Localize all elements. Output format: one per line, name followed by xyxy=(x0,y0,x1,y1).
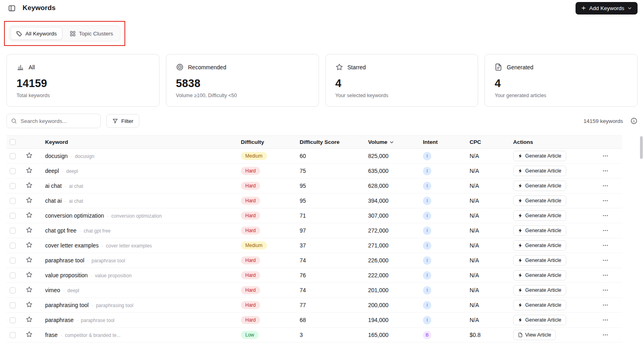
row-checkbox[interactable] xyxy=(10,317,16,323)
row-checkbox[interactable] xyxy=(10,243,16,249)
star-toggle[interactable] xyxy=(26,241,33,248)
tab-topic-clusters[interactable]: Topic Clusters xyxy=(64,27,119,40)
keyword-text[interactable]: docusign xyxy=(45,153,68,159)
keyword-text[interactable]: chat ai xyxy=(45,197,62,204)
row-checkbox[interactable] xyxy=(10,228,16,234)
row-checkbox[interactable] xyxy=(10,198,16,204)
row-menu-icon[interactable] xyxy=(600,241,611,249)
keyword-text[interactable]: chat gpt free xyxy=(45,227,77,234)
star-toggle[interactable] xyxy=(26,152,33,159)
row-checkbox[interactable] xyxy=(10,168,16,174)
star-icon xyxy=(26,226,33,233)
row-menu-icon[interactable] xyxy=(600,167,611,175)
cpc-value: N/A xyxy=(466,238,510,253)
row-checkbox[interactable] xyxy=(10,287,16,293)
bolt-icon xyxy=(518,288,523,293)
row-action-button[interactable]: Generate Article xyxy=(513,225,566,236)
table-scrollbar xyxy=(640,135,643,347)
info-icon[interactable] xyxy=(630,117,638,125)
row-menu-icon[interactable] xyxy=(600,197,611,205)
keyword-text[interactable]: paraphrase tool xyxy=(45,257,84,264)
star-toggle[interactable] xyxy=(26,167,33,174)
row-action-button[interactable]: Generate Article xyxy=(513,195,566,206)
intent-badge: I xyxy=(423,241,431,250)
row-checkbox[interactable] xyxy=(10,272,16,278)
sidebar-toggle-icon[interactable] xyxy=(6,3,17,13)
bolt-icon xyxy=(518,198,523,203)
row-checkbox[interactable] xyxy=(10,302,16,308)
stat-card-all[interactable]: All 14159 Total keywords xyxy=(6,54,159,107)
row-action-button[interactable]: Generate Article xyxy=(513,270,566,281)
row-checkbox[interactable] xyxy=(10,213,16,219)
column-header-difficulty[interactable]: Difficulty xyxy=(238,136,296,149)
row-action-button[interactable]: Generate Article xyxy=(513,255,566,266)
row-action-button[interactable]: Generate Article xyxy=(513,181,566,191)
row-menu-icon[interactable] xyxy=(600,316,611,324)
star-toggle[interactable] xyxy=(26,182,33,189)
row-checkbox[interactable] xyxy=(10,332,16,338)
cpc-value: N/A xyxy=(466,223,510,238)
row-menu-icon[interactable] xyxy=(600,212,611,220)
row-checkbox[interactable] xyxy=(10,183,16,189)
scrollbar-thumb[interactable] xyxy=(640,136,643,159)
star-toggle[interactable] xyxy=(26,331,33,338)
star-toggle[interactable] xyxy=(26,301,33,308)
keyword-text[interactable]: deepl xyxy=(45,168,59,174)
stat-card-starred[interactable]: Starred 4 Your selected keywords xyxy=(325,54,478,107)
column-header-intent[interactable]: Intent xyxy=(420,136,466,149)
keyword-text[interactable]: value proposition xyxy=(45,272,88,278)
keyword-text[interactable]: frase xyxy=(45,332,58,338)
row-action-button[interactable]: View Article xyxy=(513,330,556,340)
column-header-cpc[interactable]: CPC xyxy=(466,136,510,149)
stat-card-title: Recommended xyxy=(188,64,226,71)
keyword-text[interactable]: paraphrasing tool xyxy=(45,302,89,308)
row-menu-icon[interactable] xyxy=(600,301,611,309)
row-menu-icon[interactable] xyxy=(600,182,611,190)
keyword-text[interactable]: ai chat xyxy=(45,183,62,189)
stat-card-subtitle: Your generated articles xyxy=(495,93,627,98)
stat-card-generated[interactable]: Generated 4 Your generated articles xyxy=(485,54,638,107)
table-row: docusign·docusign Medium 60 825,000 I N/… xyxy=(6,149,622,164)
row-checkbox[interactable] xyxy=(10,153,16,159)
star-toggle[interactable] xyxy=(26,256,33,263)
bolt-icon xyxy=(518,213,523,218)
row-menu-icon[interactable] xyxy=(600,226,611,235)
stat-card-recommended[interactable]: Recommended 5838 Volume ≥100, Difficulty… xyxy=(166,54,319,107)
table-header-row: Keyword Difficulty Difficulty Score Volu… xyxy=(6,136,622,149)
star-toggle[interactable] xyxy=(26,271,33,278)
add-keywords-button[interactable]: Add Keywords xyxy=(576,2,638,15)
row-menu-icon[interactable] xyxy=(600,271,611,279)
keyword-text[interactable]: conversion optimization xyxy=(45,212,104,219)
column-header-volume[interactable]: Volume xyxy=(365,136,420,149)
row-action-button[interactable]: Generate Article xyxy=(513,240,566,251)
tab-all-keywords[interactable]: All Keywords xyxy=(10,27,62,40)
search-input[interactable] xyxy=(6,114,101,128)
column-header-difficulty-score[interactable]: Difficulty Score xyxy=(296,136,365,149)
row-menu-icon[interactable] xyxy=(600,152,611,160)
column-header-keyword[interactable]: Keyword xyxy=(42,136,238,149)
filter-button[interactable]: Filter xyxy=(106,114,139,128)
bar-chart-icon xyxy=(17,63,24,71)
keyword-text[interactable]: vimeo xyxy=(45,287,60,293)
star-toggle[interactable] xyxy=(26,316,33,323)
star-toggle[interactable] xyxy=(26,212,33,218)
keyword-text[interactable]: paraphrase xyxy=(45,317,74,323)
row-checkbox[interactable] xyxy=(10,258,16,264)
star-toggle[interactable] xyxy=(26,197,33,204)
row-action-button[interactable]: Generate Article xyxy=(513,300,566,310)
star-toggle[interactable] xyxy=(26,226,33,233)
row-menu-icon[interactable] xyxy=(600,331,611,339)
row-action-button[interactable]: Generate Article xyxy=(513,166,566,176)
row-action-button[interactable]: Generate Article xyxy=(513,151,566,161)
star-icon xyxy=(26,241,33,248)
row-action-button[interactable]: Generate Article xyxy=(513,315,566,325)
star-toggle[interactable] xyxy=(26,286,33,293)
row-menu-icon[interactable] xyxy=(600,286,611,294)
keyword-text[interactable]: cover letter examples xyxy=(45,242,99,249)
volume-value: 222,000 xyxy=(365,268,420,283)
row-action-button[interactable]: Generate Article xyxy=(513,285,566,295)
row-menu-icon[interactable] xyxy=(600,256,611,264)
keyword-cluster: docusign xyxy=(75,154,94,159)
row-action-button[interactable]: Generate Article xyxy=(513,210,566,221)
select-all-checkbox[interactable] xyxy=(10,139,16,145)
